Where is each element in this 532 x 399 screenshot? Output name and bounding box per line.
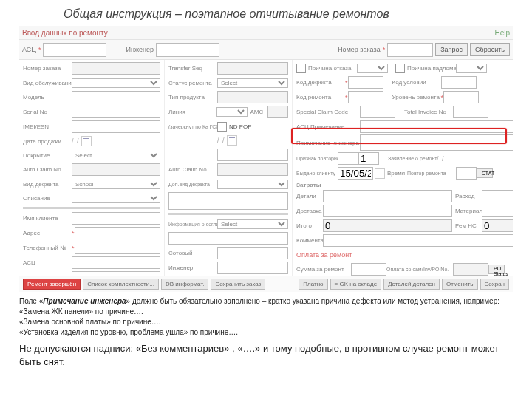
info-agree-select[interactable]: Select xyxy=(217,219,288,229)
auth-input xyxy=(72,163,160,176)
help-link[interactable]: Help xyxy=(494,29,510,37)
rr-d[interactable] xyxy=(456,167,477,180)
rstatus-label: Статус ремонта xyxy=(168,80,217,86)
dcode-input[interactable] xyxy=(348,76,383,89)
rcode-label: Код ремонта xyxy=(296,94,345,100)
right-column: Причина отказаПричина падлома Код дефект… xyxy=(293,60,513,292)
save-button[interactable]: Сохран xyxy=(480,279,509,290)
deliv-input[interactable] xyxy=(323,205,452,217)
warning-text: Не допускаются надписи: «Без комментарие… xyxy=(19,342,513,368)
order-no-input[interactable] xyxy=(387,43,433,57)
imei-input[interactable] xyxy=(72,120,160,133)
eng-note-input[interactable] xyxy=(360,134,513,151)
repair-type-select[interactable] xyxy=(72,78,160,88)
dcode-label: Код дефекта xyxy=(296,79,345,86)
toclient-date[interactable] xyxy=(338,167,373,180)
name-input[interactable] xyxy=(72,212,160,225)
repair-type-label: Вид обслуживания xyxy=(23,80,72,86)
auth-label: Auth Claim No xyxy=(23,166,72,173)
tinv-input[interactable] xyxy=(453,106,488,118)
calendar-icon[interactable] xyxy=(227,135,237,146)
po-status-button[interactable]: PO Status xyxy=(488,265,505,274)
cover-select[interactable]: Select xyxy=(72,151,160,160)
db-button[interactable]: DB информат. xyxy=(161,279,208,290)
gsn-button[interactable]: = GK на складе xyxy=(330,279,382,290)
amc-input xyxy=(267,106,288,118)
ccode-label: Код условии xyxy=(392,79,441,86)
asc-note-label: АСЦ Примечание xyxy=(296,123,360,130)
rlevel-input[interactable] xyxy=(443,91,479,103)
order-no-field-label: Номер заказа xyxy=(23,65,72,72)
eng2-input[interactable] xyxy=(217,262,288,274)
rcode-input[interactable] xyxy=(348,91,383,103)
new-button[interactable]: Ремонт завершён xyxy=(23,279,81,290)
asc-note-input[interactable] xyxy=(360,120,513,133)
asc2-label: АСЦ xyxy=(23,259,72,266)
asc-label: АСЦ xyxy=(22,46,36,53)
cancel-button[interactable]: Отменить xyxy=(442,279,478,290)
sale-date-label: Дата продажи xyxy=(23,138,72,145)
rstatus-select[interactable]: Select xyxy=(217,78,288,88)
comp-button[interactable]: Список комплектности... xyxy=(83,279,159,290)
stat-button[interactable]: СТАТ xyxy=(477,168,493,178)
descr-text[interactable] xyxy=(168,192,288,210)
savebtn-button[interactable]: Сохранить заказ xyxy=(211,279,265,290)
rem-input xyxy=(482,219,513,232)
ndpop-check[interactable] xyxy=(217,122,227,132)
query-button[interactable]: Запрос xyxy=(435,43,468,56)
descr-select[interactable] xyxy=(72,194,160,203)
imei-label: IMEI/ESN xyxy=(23,123,72,130)
toolbar: АСЦ* Инженер Номер заказа* Запрос Сброси… xyxy=(19,40,513,60)
serial-label: Serial No xyxy=(23,109,72,115)
parts-input[interactable] xyxy=(323,190,452,202)
model-label: Модель xyxy=(23,94,72,100)
calendar-icon[interactable] xyxy=(375,168,385,179)
phone-input[interactable] xyxy=(75,242,160,254)
model-input[interactable] xyxy=(72,91,160,103)
left-column: Номер заказа Вид обслуживания Модель Ser… xyxy=(19,60,165,292)
repeat-n[interactable] xyxy=(358,152,379,165)
calendar-icon[interactable] xyxy=(81,136,92,146)
defect-select[interactable]: School xyxy=(72,180,160,189)
call-button[interactable]: Платно xyxy=(299,279,327,290)
costs-title: Затраты xyxy=(296,182,513,188)
add-defect-select[interactable] xyxy=(217,180,288,189)
app-window: Ввод данных по ремонту Help АСЦ* Инженер… xyxy=(19,26,513,292)
instruction-text: Поле «Примечание инженера» должно быть о… xyxy=(19,296,513,338)
mid-column: Transfer Seq Статус ремонтаSelect Тип пр… xyxy=(165,60,293,292)
refuse-select[interactable] xyxy=(357,64,388,73)
asc-input[interactable] xyxy=(43,43,106,57)
phone-label: Телефонный № xyxy=(23,245,72,251)
ptype-label: Тип продукта xyxy=(168,94,217,100)
imei-note: (зачеркнут по Ка ГСО) xyxy=(168,124,217,129)
refuse-check[interactable] xyxy=(296,64,306,73)
engineer-input[interactable] xyxy=(156,43,219,57)
det-button[interactable]: Деталей детален xyxy=(383,279,440,290)
slide-title: Общая инструкция – поэтапное отчитывание… xyxy=(19,7,513,24)
material-input[interactable] xyxy=(482,205,513,217)
asc2-input[interactable] xyxy=(72,256,160,269)
ptype-input xyxy=(217,91,288,103)
mobile-input[interactable] xyxy=(217,247,288,259)
addr2-input[interactable] xyxy=(168,232,288,245)
serial-input[interactable] xyxy=(72,106,160,118)
eng2-label: Инженер xyxy=(168,265,217,271)
order-no-field xyxy=(72,62,160,75)
sclaim-input[interactable] xyxy=(360,106,395,118)
repeat-set[interactable] xyxy=(338,152,358,165)
comment-ext[interactable] xyxy=(323,234,513,247)
line-select[interactable] xyxy=(216,107,248,117)
defect-label: Вид дефекта xyxy=(23,181,72,188)
rr-label: Повтор ремонта xyxy=(407,171,456,176)
reset-button[interactable]: Сбросить xyxy=(470,43,510,56)
sum-input[interactable] xyxy=(351,263,386,276)
name-label: Имя клиента xyxy=(23,215,72,222)
beyond-select[interactable] xyxy=(456,64,487,73)
cover-extra-input[interactable] xyxy=(217,149,288,161)
consum-input[interactable] xyxy=(482,190,513,202)
ccode-input[interactable] xyxy=(441,76,477,89)
line-label: Линия xyxy=(168,109,216,115)
addr-input[interactable] xyxy=(75,227,160,239)
auth2-label: Auth Claim No xyxy=(168,166,217,173)
beyond-check[interactable] xyxy=(395,64,405,73)
